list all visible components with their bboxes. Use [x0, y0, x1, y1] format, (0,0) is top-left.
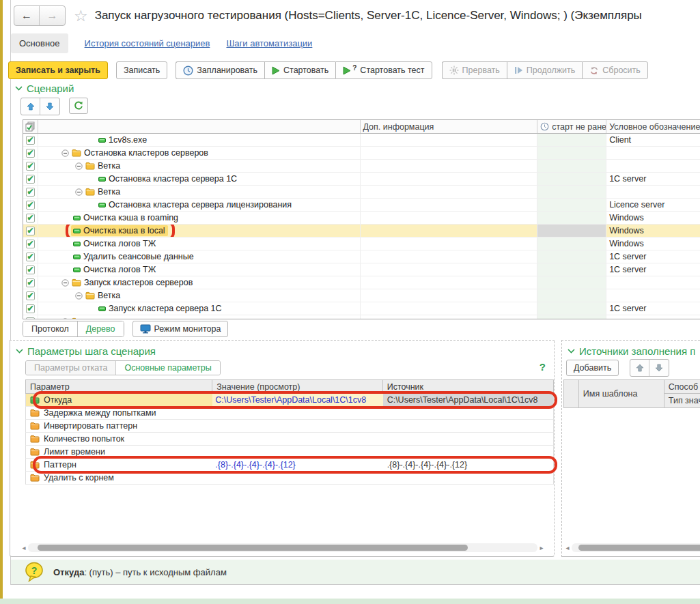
param-row[interactable]: Задержка между попытками [25, 407, 554, 420]
template-name-column-header[interactable]: Имя шаблона [579, 380, 664, 407]
tree-item[interactable]: Остановка кластеров серверов [59, 147, 211, 158]
params-section-header[interactable]: Параметры шага сценария [16, 345, 156, 357]
checkbox-checked-icon[interactable]: ✔ [26, 317, 35, 320]
tree-row[interactable]: ✔Ветка [23, 186, 700, 199]
tree-item[interactable]: Остановка кластера сервера лицензировани… [96, 199, 294, 210]
source-column-header[interactable]: Источник [383, 380, 553, 393]
collapse-toggle-icon[interactable] [61, 149, 69, 157]
sources-section-header[interactable]: Источники заполнения п [568, 345, 695, 357]
tree-row[interactable]: ✔Запуск кластера сервера 1С1C server [23, 302, 700, 315]
start-column-header[interactable]: старт не ранее.. [537, 120, 606, 133]
param-row[interactable]: Паттерн.{8}-.{4}-.{4}-.{4}-.{12}.{8}-.{4… [25, 459, 554, 472]
param-row[interactable]: Количество попыток [25, 433, 554, 446]
tree-item[interactable] [59, 317, 87, 319]
tree-item[interactable]: Ветка [73, 290, 123, 301]
param-source-cell[interactable] [383, 433, 553, 445]
param-source-cell[interactable] [383, 420, 553, 432]
scroll-right-arrow[interactable]: ▸ [537, 544, 546, 551]
dop-column-header[interactable]: Доп. информация [361, 120, 538, 133]
add-button[interactable]: Добавить [566, 360, 619, 376]
param-value-cell[interactable] [212, 420, 382, 432]
tree-row[interactable]: ✔Очистка кэша в localWindows [23, 225, 700, 238]
checkbox-checked-icon[interactable]: ✔ [26, 201, 35, 210]
tree-row[interactable]: ✔Запуск кластеров серверов [23, 276, 700, 289]
reset-button[interactable]: Сбросить [582, 61, 648, 79]
schedule-button[interactable]: Запланировать [176, 61, 264, 79]
help-icon[interactable]: ? [540, 361, 546, 373]
tree-row[interactable]: ✔Удалить сеансовые данные1C server [23, 250, 700, 263]
param-value-cell[interactable] [212, 433, 382, 445]
checkbox-checked-icon[interactable]: ✔ [26, 227, 35, 235]
rollback-params-tab[interactable]: Параметры отката [26, 361, 115, 375]
forward-button[interactable]: → [40, 6, 65, 25]
tree-row[interactable]: ✔Очистка логов ТЖWindows [23, 238, 700, 250]
tree-row[interactable]: ✔Остановка кластеров серверов [23, 147, 700, 160]
param-source-cell[interactable] [383, 446, 553, 458]
scrollbar-thumb[interactable] [38, 545, 468, 551]
move-down-button[interactable] [649, 360, 669, 376]
tree-row[interactable]: ✔Очистка логов ТЖ1C server [23, 263, 700, 276]
tree-row[interactable]: ✔Ветка [23, 289, 700, 302]
collapse-toggle-icon[interactable] [75, 162, 83, 170]
checkbox-checked-icon[interactable]: ✔ [26, 265, 35, 274]
checkbox-checked-icon[interactable]: ✔ [26, 214, 35, 222]
start-test-button[interactable]: ? Стартовать тест [335, 61, 432, 79]
collapse-toggle-icon[interactable] [61, 318, 69, 320]
param-value-cell[interactable]: .{8}-.{4}-.{4}-.{4}-.{12} [212, 459, 382, 471]
checkbox-checked-icon[interactable]: ✔ [26, 304, 35, 313]
param-source-cell[interactable] [383, 472, 553, 484]
tree-tab[interactable]: Дерево [77, 321, 124, 336]
tree-item[interactable]: Очистка кэша в roaming [71, 212, 181, 223]
save-and-close-button[interactable]: Записать и закрыть [8, 61, 108, 79]
collapse-toggle-icon[interactable] [61, 279, 69, 287]
tab-main[interactable]: Основное [11, 33, 68, 53]
value-type-column-header[interactable]: Тип знач [664, 394, 700, 407]
scrollbar-track[interactable] [572, 543, 700, 552]
collapse-toggle-icon[interactable] [75, 188, 83, 196]
select-all-header-cell[interactable] [23, 120, 38, 133]
continue-button[interactable]: Продолжить [507, 61, 582, 79]
tree-row[interactable]: ✔ [23, 315, 700, 319]
checkbox-checked-icon[interactable]: ✔ [26, 291, 35, 300]
param-row[interactable]: Лимит времени [25, 446, 554, 459]
checkbox-checked-icon[interactable]: ✔ [26, 136, 35, 145]
monitor-mode-button[interactable]: Режим монитора [132, 321, 229, 337]
param-row[interactable]: ОткудаC:\Users\Tester\AppData\Local\1C\1… [25, 394, 554, 407]
tree-row[interactable]: ✔Остановка кластера сервера 1С1C server [23, 173, 700, 186]
param-value-cell[interactable] [212, 446, 382, 458]
fill-method-column-header[interactable]: Способ з [664, 380, 700, 394]
scrollbar-thumb[interactable] [578, 545, 700, 551]
param-row[interactable]: Инвертировать паттерн [25, 420, 554, 433]
checkbox-checked-icon[interactable]: ✔ [26, 253, 35, 261]
collapse-toggle-icon[interactable] [75, 292, 83, 300]
start-button[interactable]: Стартовать [264, 61, 335, 79]
param-row[interactable]: Удалить с корнем [25, 472, 554, 485]
scenario-section-header[interactable]: Сценарий [15, 83, 74, 94]
save-button[interactable]: Записать [116, 61, 167, 79]
move-down-button[interactable] [40, 98, 59, 115]
tree-item[interactable]: Ветка [73, 186, 123, 197]
checkbox-checked-icon[interactable]: ✔ [26, 240, 35, 248]
tree-row[interactable]: ✔1cv8s.exeClient [23, 134, 700, 147]
tree-item-annotated[interactable]: Очистка кэша в local [71, 225, 168, 236]
tree-row[interactable]: ✔Очистка кэша в roamingWindows [23, 212, 700, 225]
main-params-tab[interactable]: Основные параметры [115, 361, 219, 375]
value-column-header[interactable]: Значение (просмотр) [212, 380, 382, 393]
tree-item[interactable]: Очистка логов ТЖ [71, 264, 158, 275]
scroll-left-arrow[interactable]: ◂ [20, 544, 28, 551]
back-button[interactable]: ← [14, 6, 40, 25]
checkbox-checked-icon[interactable]: ✔ [26, 278, 35, 287]
tree-item[interactable]: 1cv8s.exe [96, 134, 150, 145]
tree-item[interactable]: Остановка кластера сервера 1С [96, 173, 240, 184]
tree-row[interactable]: ✔Ветка [23, 160, 700, 173]
scrollbar-track[interactable] [28, 543, 537, 552]
tree-item[interactable]: Запуск кластеров серверов [59, 277, 195, 288]
tree-item[interactable]: Запуск кластера сервера 1С [96, 303, 225, 314]
checkbox-checked-icon[interactable]: ✔ [26, 188, 35, 197]
protocol-tab[interactable]: Протокол [23, 321, 77, 336]
checkbox-checked-icon[interactable]: ✔ [26, 149, 35, 158]
tab-automation-steps[interactable]: Шаги автоматизации [226, 38, 312, 48]
param-value-cell[interactable] [212, 472, 382, 484]
move-up-button[interactable] [630, 360, 649, 376]
refresh-button[interactable] [69, 98, 88, 114]
